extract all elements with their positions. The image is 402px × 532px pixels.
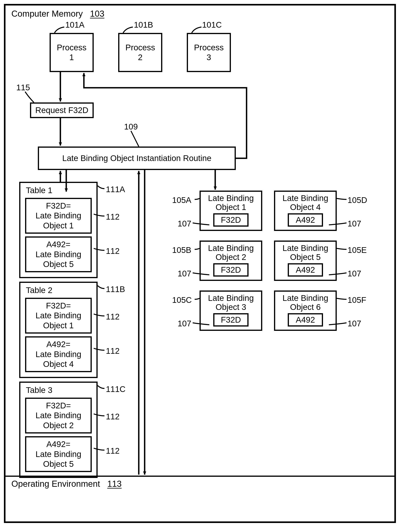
lbo-2-id: F32D	[213, 263, 248, 277]
table-1-ref: 111A	[106, 185, 125, 194]
memory-title: Computer Memory 103	[11, 9, 104, 18]
process-1-ref: 101A	[65, 20, 84, 30]
table-2-entry-1-ref: 112	[106, 346, 120, 356]
lbo-1-ref: 105A	[172, 196, 191, 205]
request-box: Request F32D	[30, 102, 94, 118]
table-1-entry-1-ref: 112	[106, 247, 120, 256]
table-2-entry-0-ref: 112	[106, 312, 120, 321]
table-3-entry-0-ref: 112	[106, 412, 120, 421]
table-3-title: Table 3	[26, 386, 92, 395]
lbo-3-id: F32D	[213, 313, 248, 327]
table-1: Table 1 F32D= Late Binding Object 1 A492…	[19, 182, 97, 278]
lbo-4-title: Late Binding Object 4	[278, 194, 333, 212]
routine-ref: 109	[124, 122, 138, 131]
env-separator	[6, 475, 394, 477]
lbo-6-id: A492	[288, 313, 323, 327]
lbo-1-title: Late Binding Object 1	[203, 194, 258, 212]
memory-ref: 103	[90, 9, 104, 19]
lbo-2-idref: 107	[178, 269, 191, 278]
lbo-3-title: Late Binding Object 3	[203, 294, 258, 312]
lbo-6: Late Binding Object 6 A492	[274, 291, 337, 331]
lbo-4-idref: 107	[348, 219, 361, 228]
lbo-3-ref: 105C	[172, 295, 192, 305]
lbo-5-id: A492	[288, 263, 323, 277]
table-2: Table 2 F32D= Late Binding Object 1 A492…	[19, 282, 97, 378]
lbo-2: Late Binding Object 2 F32D	[200, 241, 262, 281]
lbo-5-idref: 107	[348, 269, 361, 278]
lbo-6-idref: 107	[348, 319, 361, 328]
lbo-2-title: Late Binding Object 2	[203, 244, 258, 262]
lbo-1: Late Binding Object 1 F32D	[200, 190, 262, 231]
routine-box: Late Binding Object Instantiation Routin…	[38, 146, 236, 170]
table-2-entry-1: A492= Late Binding Object 4	[25, 336, 92, 372]
table-3: Table 3 F32D= Late Binding Object 2 A492…	[19, 382, 97, 478]
lbo-6-ref: 105F	[348, 295, 366, 305]
lbo-3: Late Binding Object 3 F32D	[200, 291, 262, 331]
lbo-1-id: F32D	[213, 213, 248, 227]
lbo-5-title: Late Binding Object 5	[278, 244, 333, 262]
lbo-4-ref: 105D	[348, 196, 367, 205]
lbo-1-idref: 107	[178, 219, 191, 228]
process-3-ref: 101C	[202, 20, 222, 30]
lbo-4-id: A492	[288, 213, 323, 227]
lbo-6-title: Late Binding Object 6	[278, 294, 333, 312]
lbo-5: Late Binding Object 5 A492	[274, 241, 337, 281]
table-3-entry-0: F32D= Late Binding Object 2	[25, 398, 92, 433]
process-2-ref: 101B	[134, 20, 153, 30]
env-title: Operating Environment 113	[11, 480, 122, 488]
process-2-box: Process 2	[118, 33, 162, 72]
table-1-title: Table 1	[26, 186, 92, 195]
process-1-box: Process 1	[50, 33, 94, 72]
table-2-ref: 111B	[106, 285, 125, 294]
table-1-entry-0: F32D= Late Binding Object 1	[25, 198, 92, 234]
env-title-text: Operating Environment	[11, 479, 100, 488]
table-1-entry-1: A492= Late Binding Object 5	[25, 236, 92, 272]
lbo-3-idref: 107	[178, 319, 191, 328]
request-ref: 115	[16, 83, 30, 92]
memory-title-text: Computer Memory	[11, 9, 83, 19]
table-3-entry-1-ref: 112	[106, 446, 120, 456]
diagram-page: Computer Memory 103 Process 1 Process 2 …	[4, 4, 396, 523]
table-3-entry-1: A492= Late Binding Object 5	[25, 436, 92, 472]
table-2-entry-0: F32D= Late Binding Object 1	[25, 298, 92, 334]
process-3-box: Process 3	[187, 33, 231, 72]
lbo-5-ref: 105E	[348, 245, 367, 255]
table-2-title: Table 2	[26, 285, 92, 295]
lbo-4: Late Binding Object 4 A492	[274, 190, 337, 231]
env-ref: 113	[107, 479, 122, 488]
table-3-ref: 111C	[106, 385, 125, 394]
table-1-entry-0-ref: 112	[106, 212, 120, 222]
lbo-2-ref: 105B	[172, 245, 191, 255]
